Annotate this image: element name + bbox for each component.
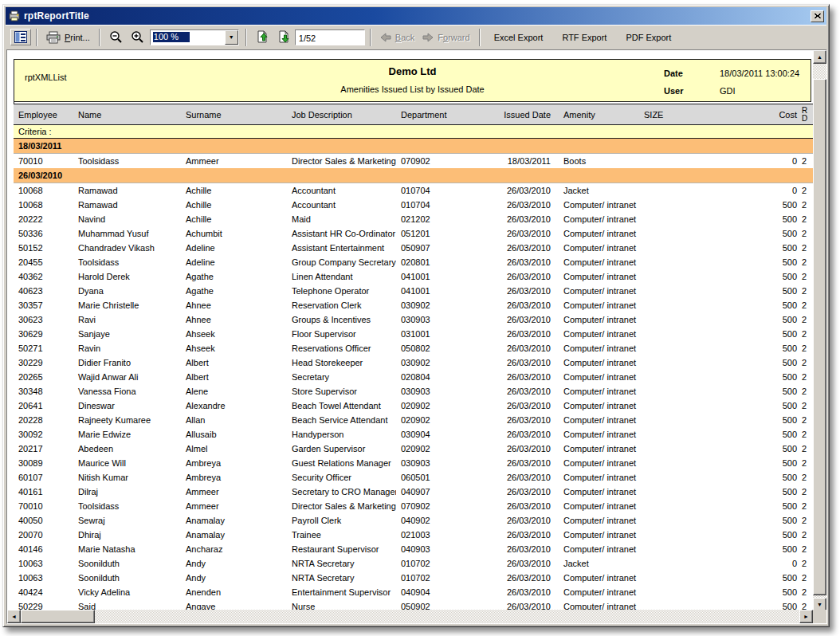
- cell: Angave: [181, 602, 287, 610]
- print-button[interactable]: Print...: [42, 29, 94, 46]
- back-button[interactable]: Back: [376, 30, 418, 45]
- cell: 2: [799, 214, 813, 224]
- cell: Maid: [287, 214, 396, 224]
- cell: 2: [799, 473, 813, 482]
- horizontal-scrollbar-thumb[interactable]: [21, 610, 95, 623]
- cell: 20455: [14, 257, 73, 267]
- cell: Achille: [181, 186, 287, 195]
- cell: Assistant Entertainment: [287, 243, 396, 253]
- cell: 40424: [14, 587, 73, 597]
- cell: 030904: [396, 430, 472, 439]
- cell: Jacket: [555, 186, 642, 195]
- table-row: 30623RaviAhneeGroups & Incentives0309032…: [14, 312, 813, 327]
- cell: Computer/ intranet: [555, 516, 642, 525]
- table-row: 40146Marie NatashaAncharazRestaurant Sup…: [14, 542, 813, 556]
- group-date-band: 18/03/2011: [14, 139, 813, 154]
- cell: Wajid Anwar Ali: [73, 372, 181, 382]
- cell: 041001: [396, 272, 472, 281]
- cell: 030903: [396, 458, 472, 468]
- cell: Jacket: [555, 559, 642, 568]
- excel-export-button[interactable]: Excel Export: [490, 30, 548, 45]
- cell: Security Officer: [287, 473, 396, 482]
- zoom-out-icon: [109, 30, 123, 44]
- scroll-right-icon: ►: [803, 614, 809, 619]
- cell: 020801: [396, 257, 472, 267]
- cell: 10063: [14, 559, 73, 568]
- rtf-export-button[interactable]: RTF Export: [558, 30, 610, 45]
- cell: Head Storekeeper: [287, 358, 396, 367]
- cell: 2: [799, 272, 813, 281]
- cell: 010702: [396, 559, 472, 568]
- scroll-left-button[interactable]: ◄: [7, 610, 21, 623]
- cell: 040902: [396, 516, 472, 525]
- cell: 500: [746, 444, 799, 453]
- close-button[interactable]: [811, 10, 824, 22]
- cell: Group Company Secretary: [287, 257, 396, 267]
- page-number-input[interactable]: [295, 29, 365, 45]
- cell: Adeline: [181, 257, 287, 267]
- criteria-band: Criteria :: [14, 125, 813, 139]
- scroll-right-button[interactable]: ►: [799, 610, 813, 623]
- cell: 2: [799, 372, 813, 382]
- forward-button[interactable]: Forward: [418, 30, 473, 45]
- cell: 26/03/2010: [472, 602, 555, 610]
- table-row: 10063SoonilduthAndyNRTA Secretary0107022…: [14, 571, 813, 585]
- cell: Achille: [181, 214, 287, 224]
- cell: 2: [799, 387, 813, 396]
- combo-dropdown-button[interactable]: ▼: [225, 30, 238, 45]
- cell: Telephone Operator: [287, 286, 396, 296]
- cell: Computer/ intranet: [555, 530, 642, 540]
- cell: 2: [799, 401, 813, 410]
- cell: 0: [746, 186, 799, 195]
- cell: Marie Natasha: [73, 544, 181, 554]
- cell: 2: [799, 444, 813, 453]
- next-page-button[interactable]: [273, 28, 295, 46]
- cell: Ambreya: [181, 458, 287, 468]
- table-row: 50336Muhammad YusufAchumbitAssistant HR …: [14, 226, 813, 241]
- cell: 500: [746, 516, 799, 525]
- table-row: 30348Vanessa FionaAleneStore Supervisor0…: [14, 384, 813, 398]
- zoom-in-button[interactable]: [127, 28, 148, 46]
- cell: Muhammad Yusuf: [73, 229, 181, 238]
- cell: 500: [746, 430, 799, 439]
- toolbar-separator: [479, 29, 481, 46]
- back-label: Back: [395, 33, 414, 42]
- cell: Floor Supervisor: [287, 329, 396, 339]
- table-row: 50271RavinAhseekReservations Officer0508…: [14, 341, 813, 355]
- cell: Dilraj: [73, 487, 181, 497]
- cell: Navind: [73, 214, 181, 224]
- pdf-export-button[interactable]: PDF Export: [622, 30, 675, 45]
- cell: 26/03/2010: [472, 516, 555, 525]
- cell: 26/03/2010: [472, 257, 555, 267]
- cell: Store Supervisor: [287, 387, 396, 396]
- report-date-value: 18/03/2011 13:00:24: [720, 69, 799, 78]
- cell: Soonilduth: [73, 573, 181, 583]
- group-tree-toggle-button[interactable]: [10, 29, 31, 45]
- vertical-scrollbar[interactable]: ▲ ▼: [813, 50, 826, 611]
- table-row: 20222NavindAchilleMaid02120226/03/2010Co…: [14, 212, 813, 226]
- group-tree-icon: [14, 31, 27, 43]
- previous-page-button[interactable]: [252, 28, 273, 46]
- table-row: 20217AbedeenAlmelGarden Supervisor020902…: [14, 442, 813, 456]
- horizontal-scrollbar[interactable]: ◄ ►: [7, 610, 813, 623]
- zoom-out-button[interactable]: [105, 28, 127, 46]
- cell: 50152: [14, 243, 73, 253]
- zoom-level-combobox[interactable]: 100 % ▼: [150, 29, 239, 45]
- cell: 26/03/2010: [472, 358, 555, 367]
- cell: Computer/ intranet: [555, 544, 642, 554]
- table-row: 20455ToolsidassAdelineGroup Company Secr…: [14, 255, 813, 269]
- vertical-scrollbar-thumb[interactable]: [813, 79, 826, 595]
- report-user-value: GDI: [720, 86, 736, 96]
- cell: 10068: [14, 200, 73, 210]
- cell: 040907: [396, 487, 472, 497]
- report-table-body: Criteria :18/03/201170010ToolsidassAmmee…: [14, 125, 813, 610]
- cell: 021202: [396, 214, 472, 224]
- cell: 26/03/2010: [472, 458, 555, 468]
- cell: 2: [799, 516, 813, 525]
- scroll-up-button[interactable]: ▲: [813, 50, 826, 64]
- cell: Payroll Clerk: [287, 516, 396, 525]
- cell: Sewraj: [73, 516, 181, 525]
- cell: Computer/ intranet: [555, 487, 642, 497]
- cell: Vicky Adelina: [73, 587, 181, 597]
- table-row: 40623DyanaAgatheTelephone Operator041001…: [14, 284, 813, 298]
